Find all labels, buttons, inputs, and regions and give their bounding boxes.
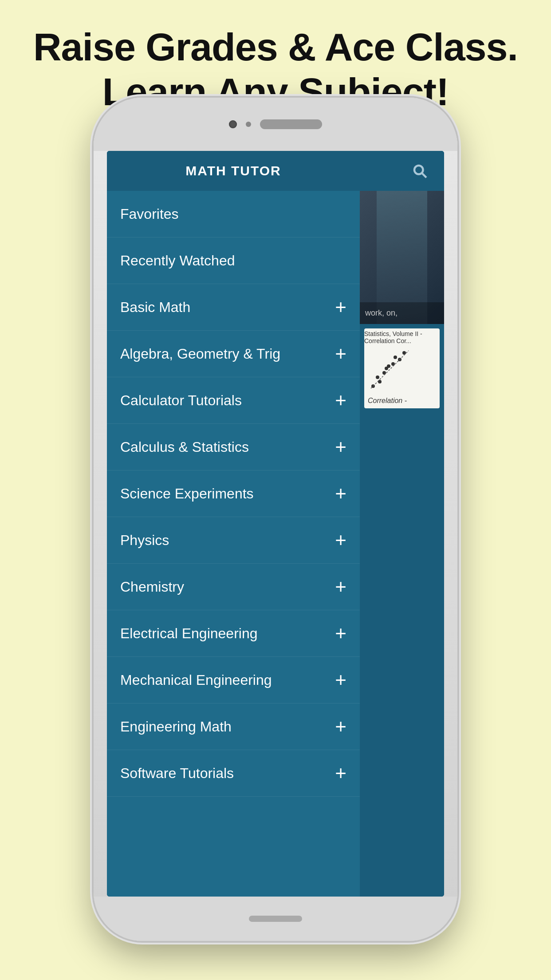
menu-item-science[interactable]: Science Experiments + — [107, 470, 360, 517]
menu-item-electrical[interactable]: Electrical Engineering + — [107, 610, 360, 657]
thumbnail-description: work, on, — [365, 308, 439, 319]
menu-item-label: Electrical Engineering — [120, 625, 258, 642]
svg-line-12 — [371, 351, 409, 388]
svg-point-2 — [376, 375, 379, 379]
menu-item-software[interactable]: Software Tutorials + — [107, 750, 360, 797]
menu-item-recently-watched[interactable]: Recently Watched — [107, 237, 360, 284]
svg-point-10 — [402, 351, 406, 355]
expand-icon: + — [335, 344, 346, 364]
search-button[interactable] — [409, 160, 431, 182]
menu-item-mechanical[interactable]: Mechanical Engineering + — [107, 657, 360, 703]
menu-item-favorites[interactable]: Favorites — [107, 191, 360, 237]
menu-item-basic-math[interactable]: Basic Math + — [107, 284, 360, 331]
menu-item-label: Recently Watched — [120, 253, 235, 269]
svg-point-8 — [387, 364, 390, 368]
expand-icon: + — [335, 297, 346, 317]
menu-header: MATH TUTOR — [107, 151, 360, 191]
expand-icon: + — [335, 437, 346, 457]
chart-label: Correlation - — [368, 397, 407, 405]
phone-top-bar — [94, 98, 457, 151]
svg-point-0 — [414, 166, 423, 174]
scatter-svg — [364, 337, 440, 399]
menu-item-label: Favorites — [120, 206, 179, 222]
sensor-dot — [246, 122, 251, 127]
expand-icon: + — [335, 530, 346, 550]
menu-item-calculus[interactable]: Calculus & Statistics + — [107, 424, 360, 470]
menu-item-eng-math[interactable]: Engineering Math + — [107, 703, 360, 750]
menu-item-label: Software Tutorials — [120, 765, 234, 782]
menu-item-label: Science Experiments — [120, 486, 254, 502]
speaker-grille — [260, 119, 322, 129]
expand-icon: + — [335, 484, 346, 503]
chart-title: Statistics, Volume II - Correlation Cor.… — [364, 330, 438, 344]
menu-item-algebra[interactable]: Algebra, Geometry & Trig + — [107, 331, 360, 377]
menu-item-label: Basic Math — [120, 299, 190, 316]
scatter-chart: Statistics, Volume II - Correlation Cor.… — [364, 328, 440, 408]
phone-bottom-bar — [94, 897, 457, 941]
front-camera — [229, 120, 237, 128]
video-thumbnail-1[interactable]: work, on, — [360, 191, 444, 324]
thumbnail-text-overlay: work, on, — [360, 302, 444, 324]
menu-item-label: Algebra, Geometry & Trig — [120, 346, 280, 362]
home-button-bar — [249, 916, 302, 922]
menu-item-physics[interactable]: Physics + — [107, 517, 360, 564]
phone-frame: MATH TUTOR — [94, 98, 457, 941]
side-menu: MATH TUTOR Favorites Recently Watched Ba… — [107, 151, 360, 897]
expand-icon: + — [335, 717, 346, 736]
expand-icon: + — [335, 391, 346, 410]
expand-icon: + — [335, 670, 346, 690]
menu-item-label: Physics — [120, 532, 169, 549]
app-screen: MATH TUTOR — [107, 151, 444, 897]
menu-item-chemistry[interactable]: Chemistry + — [107, 564, 360, 610]
video-thumbnail-2[interactable]: Statistics, Volume II - Correlation Cor.… — [360, 324, 444, 413]
menu-item-label: Calculator Tutorials — [120, 392, 242, 409]
menu-item-calculator[interactable]: Calculator Tutorials + — [107, 377, 360, 424]
menu-item-label: Engineering Math — [120, 719, 232, 735]
expand-icon: + — [335, 577, 346, 597]
expand-icon: + — [335, 763, 346, 783]
phone-screen: MATH TUTOR — [107, 151, 444, 897]
svg-point-4 — [391, 362, 395, 366]
menu-item-list: Favorites Recently Watched Basic Math + … — [107, 191, 360, 897]
menu-item-label: Chemistry — [120, 579, 184, 595]
svg-line-1 — [422, 173, 426, 178]
svg-point-7 — [394, 356, 397, 359]
main-content-area: work, on, Statistics, Volume II - Correl… — [360, 191, 444, 897]
search-icon — [412, 163, 428, 179]
menu-item-label: Mechanical Engineering — [120, 672, 272, 688]
expand-icon: + — [335, 624, 346, 643]
menu-item-label: Calculus & Statistics — [120, 439, 249, 455]
menu-title: MATH TUTOR — [185, 163, 281, 178]
